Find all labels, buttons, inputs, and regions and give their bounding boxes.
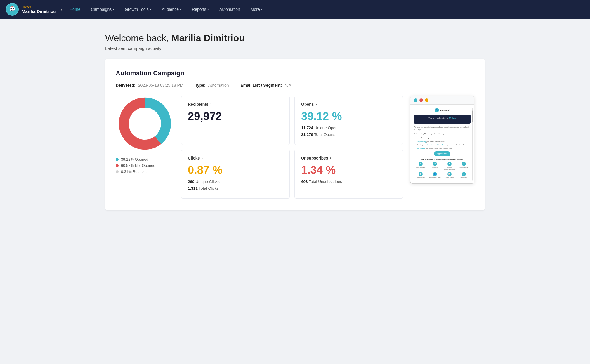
welcome-user-name: Marilia Dimitriou	[171, 33, 245, 43]
growth-tools-chevron-icon: ▾	[150, 8, 151, 11]
email-feature-custom-reports: 📊 Custom Reports	[443, 172, 456, 179]
email-feature-landing: 📄 Landing Page	[414, 172, 427, 179]
donut-section: 39.12% Opened 60.57% Not Opened 0.31% Bo…	[116, 96, 174, 174]
nav-item-more[interactable]: More ▾	[245, 0, 268, 19]
email-logo-row: 🐾 moosend	[414, 108, 471, 112]
email-logo-icon: 🐾	[435, 108, 439, 112]
email-feature-subscription: 👥 Subscription Forms	[428, 172, 442, 179]
opens-arrow-icon: ›	[316, 102, 317, 106]
ecommerce-icon: 🛒	[462, 162, 466, 166]
email-text-2: To keep using Moosend you'll need to upg…	[414, 133, 471, 135]
donut-svg	[117, 96, 173, 151]
email-cta-button[interactable]: Upgrade Now	[434, 151, 450, 156]
email-feature-heading: Make the most of Moosend with these top …	[414, 158, 471, 161]
custom-reports-icon: 📊	[447, 172, 452, 176]
email-preview-wrap: 🐾 moosend Your free trial expires in 15 …	[410, 96, 474, 184]
main-content: Welcome back, Marilia Dimitriou Latest s…	[93, 19, 497, 222]
campaign-title: Automation Campaign	[116, 70, 474, 77]
brand[interactable]: Owner Marilia Dimitriou ▾	[6, 3, 64, 16]
legend-item-bounced: 0.31% Bounced	[116, 169, 174, 174]
svg-point-3	[13, 8, 14, 9]
legend-dot-opened	[116, 158, 119, 161]
email-banner: Your free trial expires in 15 days	[414, 115, 471, 124]
stat-grid: Recipients › 29,972 Opens › 39.12 % 11,7…	[181, 96, 403, 199]
legend-label-not-opened: 60.57% Not Opened	[121, 163, 155, 168]
opens-details: 11,724 Unique Opens 21,279 Total Opens	[301, 125, 396, 138]
stat-header-clicks[interactable]: Clicks ›	[188, 156, 283, 160]
stat-box-clicks: Clicks › 0.87 % 260 Unique Clicks 1,311 …	[181, 150, 290, 199]
nav-item-audience[interactable]: Audience ▾	[157, 0, 187, 19]
email-meanwhile: Meanwhile, have you tried:	[414, 137, 471, 140]
email-list-3: • A/B testing your content for greater e…	[414, 147, 471, 150]
audience-chevron-icon: ▾	[180, 8, 181, 11]
stats-area: 39.12% Opened 60.57% Not Opened 0.31% Bo…	[116, 96, 474, 199]
legend-label-opened: 39.12% Opened	[121, 157, 148, 162]
legend-item-not-opened: 60.57% Not Opened	[116, 163, 174, 168]
scrollbar-track	[472, 108, 473, 181]
email-list-2: • Creating an automated email to welcome…	[414, 144, 471, 146]
legend-label-bounced: 0.31% Bounced	[121, 169, 148, 174]
campaigns-chevron-icon: ▾	[113, 8, 114, 11]
landing-page-icon: 📄	[419, 172, 423, 176]
legend-dot-bounced	[116, 170, 119, 173]
recipients-arrow-icon: ›	[210, 102, 211, 106]
brand-user-name: Marilia Dimitriou	[22, 9, 56, 14]
integrations-icon: 🔗	[462, 172, 466, 176]
scrollbar-thumb[interactable]	[472, 110, 473, 122]
stat-box-recipients: Recipients › 29,972	[181, 96, 290, 145]
email-brand-name: moosend	[440, 108, 449, 112]
email-feature-product-rec: ★ Product Recommendations	[443, 162, 456, 171]
donut-chart	[117, 96, 173, 151]
brand-logo-icon	[7, 4, 18, 15]
nav-item-automation[interactable]: Automation	[214, 0, 245, 19]
nav-item-reports[interactable]: Reports ▾	[187, 0, 214, 19]
brand-info: Owner Marilia Dimitriou	[22, 5, 56, 14]
window-dot-gold	[425, 98, 428, 102]
email-icon-grid: ✉ Email Templates ⚙ Automation ★ Product…	[414, 162, 471, 179]
campaign-delivered: Delivered: 2023-05-18 03:25:18 PM	[116, 83, 183, 88]
legend-dot-not-opened	[116, 164, 119, 167]
email-preview-body: 🐾 moosend Your free trial expires in 15 …	[410, 105, 474, 183]
welcome-title: Welcome back, Marilia Dimitriou	[105, 33, 485, 44]
automation-feature-icon: ⚙	[433, 162, 437, 166]
email-text-1: We hope you are enjoying Moosend. Just a…	[414, 126, 471, 131]
welcome-subtitle: Latest sent campaign activity	[105, 46, 485, 51]
email-feature-integrations: 🔗 Integrations	[457, 172, 471, 179]
stat-box-unsubscribes: Unsubscribes › 1.34 % 403 Total Unsubscr…	[294, 150, 403, 199]
nav-item-home[interactable]: Home	[64, 0, 86, 19]
email-feature-ecommerce: 🛒 Ecommerce AI	[457, 162, 471, 171]
stat-header-unsubscribes[interactable]: Unsubscribes ›	[301, 156, 396, 160]
brand-chevron-icon[interactable]: ▾	[61, 8, 62, 11]
more-chevron-icon: ▾	[261, 8, 263, 11]
nav-item-growth-tools[interactable]: Growth Tools ▾	[119, 0, 156, 19]
stat-header-recipients[interactable]: Recipients ›	[188, 102, 283, 107]
unsubscribes-arrow-icon: ›	[330, 156, 331, 160]
email-preview-window: 🐾 moosend Your free trial expires in 15 …	[410, 96, 474, 184]
navbar: Owner Marilia Dimitriou ▾ Home Campaigns…	[0, 0, 590, 19]
stat-header-opens[interactable]: Opens ›	[301, 102, 396, 107]
nav-item-campaigns[interactable]: Campaigns ▾	[86, 0, 119, 19]
donut-legend: 39.12% Opened 60.57% Not Opened 0.31% Bo…	[116, 157, 174, 174]
window-titlebar	[410, 96, 474, 105]
product-rec-icon: ★	[447, 162, 452, 166]
window-dot-red	[419, 98, 423, 102]
clicks-arrow-icon: ›	[202, 156, 203, 160]
campaign-card: Automation Campaign Delivered: 2023-05-1…	[105, 59, 485, 210]
email-list-1: • Segmenting your list for better result…	[414, 141, 471, 143]
legend-item-opened: 39.12% Opened	[116, 157, 174, 162]
email-templates-icon: ✉	[419, 162, 423, 166]
clicks-percent: 0.87 %	[188, 164, 283, 176]
email-progress-bar	[427, 121, 457, 121]
campaign-segment: Email List / Segment: N/A	[241, 83, 291, 88]
window-dot-teal	[414, 98, 417, 102]
subscription-forms-icon: 👥	[433, 172, 437, 176]
stat-box-opens: Opens › 39.12 % 11,724 Unique Opens 21,2…	[294, 96, 403, 145]
campaign-type: Type: Automation	[195, 83, 229, 88]
opens-percent: 39.12 %	[301, 111, 396, 122]
nav-items: Home Campaigns ▾ Growth Tools ▾ Audience…	[64, 0, 584, 19]
clicks-details: 260 Unique Clicks 1,311 Total Clicks	[188, 178, 283, 192]
unsubscribes-percent: 1.34 %	[301, 164, 396, 176]
svg-rect-4	[11, 6, 13, 7]
email-feature-automation: ⚙ Automation	[428, 162, 442, 171]
brand-role-label: Owner	[22, 5, 56, 9]
